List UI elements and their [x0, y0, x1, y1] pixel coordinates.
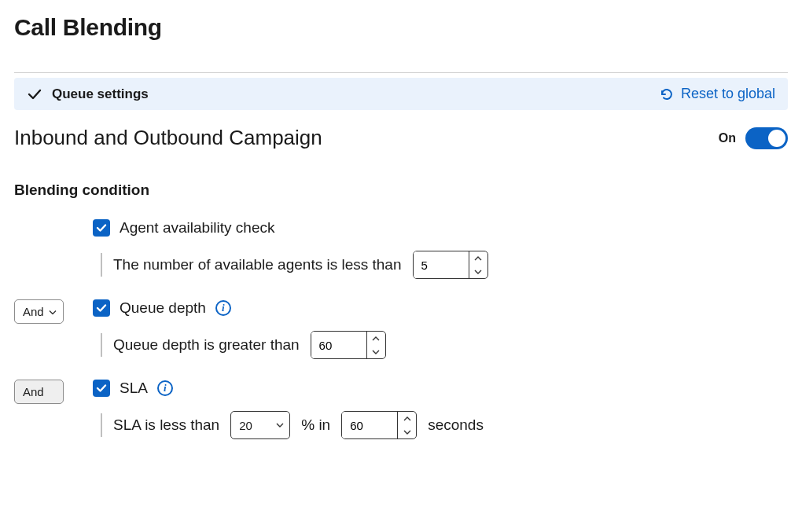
- operator-value: And: [23, 386, 44, 398]
- sla-percent-select[interactable]: 20: [230, 411, 290, 439]
- number-stepper[interactable]: [397, 412, 416, 438]
- toggle-label: On: [719, 131, 736, 145]
- sla-seconds-input[interactable]: [341, 411, 417, 439]
- reset-to-global-label: Reset to global: [681, 86, 775, 102]
- campaign-toggle[interactable]: [745, 127, 788, 149]
- step-down-icon[interactable]: [367, 345, 385, 358]
- operator-value: And: [23, 306, 44, 317]
- blending-condition-label: Blending condition: [14, 182, 788, 199]
- step-up-icon[interactable]: [469, 251, 487, 265]
- step-up-icon[interactable]: [398, 412, 416, 425]
- agent-availability-checkbox[interactable]: [93, 219, 110, 237]
- campaign-row: Inbound and Outbound Campaign On: [14, 126, 788, 150]
- chevron-down-icon: [49, 310, 57, 314]
- check-icon: [27, 86, 42, 102]
- agents-value-field[interactable]: [414, 251, 469, 278]
- reset-icon: [659, 86, 675, 102]
- operator-select[interactable]: And: [14, 380, 64, 404]
- info-icon[interactable]: i: [157, 380, 173, 396]
- condition-detail-text: Queue depth is greater than: [113, 336, 300, 354]
- condition-row: And SLA i SLA is less than 20 % in: [14, 380, 788, 439]
- condition-detail-text: SLA is less than: [113, 416, 219, 434]
- condition-label: Agent availability check: [120, 219, 275, 237]
- condition-detail-text: The number of available agents is less t…: [113, 256, 402, 273]
- indent-bar: [101, 253, 102, 277]
- chevron-down-icon[interactable]: [270, 412, 289, 438]
- queue-settings-bar: Queue settings Reset to global: [14, 78, 788, 110]
- queue-settings-label: Queue settings: [52, 86, 149, 102]
- indent-bar: [101, 333, 102, 357]
- condition-label: Queue depth: [120, 299, 206, 317]
- page-title: Call Blending: [14, 14, 788, 41]
- condition-label: SLA: [120, 380, 148, 397]
- divider: [14, 72, 788, 73]
- condition-row: Agent availability check The number of a…: [14, 219, 788, 279]
- operator-select[interactable]: And: [14, 299, 64, 324]
- toggle-knob: [768, 130, 785, 147]
- number-stepper[interactable]: [366, 332, 385, 358]
- number-stepper[interactable]: [469, 251, 487, 278]
- queue-depth-field[interactable]: [311, 332, 366, 358]
- sla-mid-text: % in: [301, 416, 330, 434]
- sla-checkbox[interactable]: [93, 380, 110, 397]
- step-down-icon[interactable]: [469, 265, 487, 278]
- info-icon[interactable]: i: [215, 300, 231, 316]
- step-down-icon[interactable]: [398, 425, 416, 438]
- sla-seconds-field[interactable]: [342, 412, 397, 438]
- campaign-title: Inbound and Outbound Campaign: [14, 126, 322, 150]
- sla-percent-value: 20: [231, 412, 270, 438]
- queue-depth-input[interactable]: [311, 331, 386, 359]
- sla-suffix-text: seconds: [428, 416, 484, 434]
- indent-bar: [101, 413, 102, 437]
- step-up-icon[interactable]: [367, 332, 385, 345]
- queue-depth-checkbox[interactable]: [93, 299, 110, 317]
- reset-to-global-link[interactable]: Reset to global: [659, 86, 775, 102]
- agents-less-than-input[interactable]: [413, 251, 488, 279]
- condition-row: And Queue depth i Queue depth is greater…: [14, 299, 788, 359]
